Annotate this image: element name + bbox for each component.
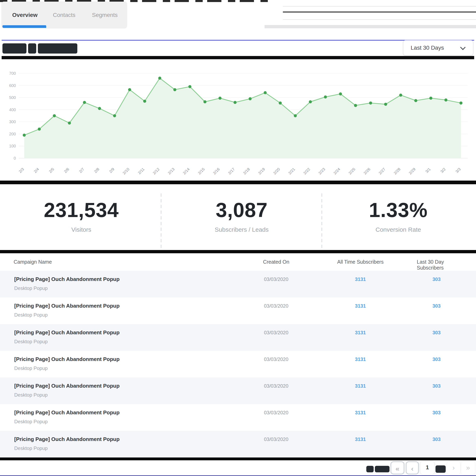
divider-line (283, 12, 476, 12)
x-axis-tick-label: 2/16 (212, 167, 221, 175)
redacted-panel-title (38, 43, 77, 53)
campaign-type: Desktop Popup (14, 312, 48, 318)
tab-segments[interactable]: Segments (92, 12, 118, 18)
campaign-name: [Pricing Page] Ouch Abandonment Popup (14, 356, 120, 362)
stat-card-conversion: 1.33% Conversion Rate (322, 191, 474, 249)
last-30-day-subscribers-link[interactable]: 303 (432, 437, 441, 442)
subscribers-area-chart: 01002003004005006007002/32/42/52/62/72/8… (2, 59, 474, 178)
data-point (113, 114, 116, 117)
table-row[interactable]: [Pricing Page] Ouch Abandonment Popup De… (0, 324, 476, 351)
campaign-name: [Pricing Page] Ouch Abandonment Popup (14, 303, 120, 309)
column-header-last-30-day-subscribers: Last 30 Day Subscribers (417, 259, 456, 271)
data-point (444, 99, 447, 102)
x-axis-tick-label: 2/14 (182, 167, 190, 175)
y-axis-tick-label: 400 (9, 107, 16, 112)
campaign-type: Desktop Popup (14, 285, 48, 291)
x-axis-tick-label: 2/12 (152, 167, 160, 175)
x-axis-tick-label: 3/3 (455, 167, 461, 174)
x-axis-tick-label: 2/28 (393, 167, 401, 175)
column-header-all-time-subscribers: All Time Subscribers (337, 259, 384, 265)
stat-divider (322, 194, 322, 249)
campaigns-table-body: [Pricing Page] Ouch Abandonment Popup De… (0, 271, 476, 458)
all-time-subscribers-link[interactable]: 3131 (355, 410, 366, 416)
data-point (158, 77, 161, 80)
created-on-value: 03/03/2020 (264, 437, 288, 442)
y-axis-tick-label: 700 (9, 71, 16, 75)
data-point (414, 99, 417, 102)
next-page-button[interactable]: › (447, 461, 460, 475)
last-page-button[interactable]: » (461, 461, 475, 475)
campaign-name: [Pricing Page] Ouch Abandonment Popup (14, 276, 120, 282)
last-30-day-subscribers-link[interactable]: 303 (432, 410, 441, 416)
table-row[interactable]: [Pricing Page] Ouch Abandonment Popup De… (0, 377, 476, 404)
x-axis-tick-label: 2/17 (227, 167, 236, 175)
last-30-day-subscribers-link[interactable]: 303 (432, 383, 441, 389)
data-point (234, 101, 237, 104)
column-header-created-on: Created On (263, 259, 289, 265)
x-axis-tick-label: 2/27 (378, 167, 386, 175)
table-row[interactable]: [Pricing Page] Ouch Abandonment Popup De… (0, 298, 476, 324)
x-axis-tick-label: 2/7 (78, 167, 85, 174)
campaign-name: [Pricing Page] Ouch Abandonment Popup (14, 436, 120, 442)
divider-band (2, 56, 474, 59)
campaign-name: [Pricing Page] Ouch Abandonment Popup (14, 409, 120, 416)
campaign-type: Desktop Popup (14, 419, 48, 424)
all-time-subscribers-link[interactable]: 3131 (355, 277, 366, 282)
x-axis-tick-label: 2/20 (272, 167, 281, 175)
active-tab-indicator (2, 25, 46, 28)
created-on-value: 03/03/2020 (264, 303, 288, 309)
all-time-subscribers-link[interactable]: 3131 (355, 303, 366, 309)
last-30-day-subscribers-link[interactable]: 303 (432, 303, 441, 309)
created-on-value: 03/03/2020 (264, 356, 288, 362)
data-point (309, 100, 312, 104)
divider-band (265, 25, 476, 28)
table-row[interactable]: [Pricing Page] Ouch Abandonment Popup De… (0, 351, 476, 377)
campaigns-table-header: Campaign Name Created On All Time Subscr… (0, 253, 476, 271)
table-row[interactable]: [Pricing Page] Ouch Abandonment Popup De… (0, 431, 476, 458)
conversion-label: Conversion Rate (322, 226, 474, 233)
previous-page-button[interactable]: ‹ (406, 461, 419, 475)
all-time-subscribers-link[interactable]: 3131 (355, 330, 366, 335)
data-point (219, 97, 222, 100)
x-axis-tick-label: 2/26 (363, 167, 371, 175)
date-range-dropdown[interactable]: Last 30 Days (403, 40, 473, 55)
campaign-type: Desktop Popup (14, 366, 48, 371)
data-point (354, 104, 357, 107)
x-axis-tick-label: 2/18 (242, 167, 251, 175)
all-time-subscribers-link[interactable]: 3131 (355, 437, 366, 442)
table-row[interactable]: [Pricing Page] Ouch Abandonment Popup De… (0, 404, 476, 431)
last-30-day-subscribers-link[interactable]: 303 (432, 277, 441, 282)
data-point (339, 92, 342, 95)
table-row[interactable]: [Pricing Page] Ouch Abandonment Popup De… (0, 271, 476, 298)
data-point (188, 85, 191, 88)
y-axis-tick-label: 300 (9, 120, 16, 124)
last-30-day-subscribers-link[interactable]: 303 (432, 330, 441, 335)
first-page-button[interactable]: « (390, 461, 405, 475)
stat-divider (161, 194, 161, 249)
created-on-value: 03/03/2020 (264, 330, 288, 335)
y-axis-tick-label: 500 (9, 95, 16, 100)
x-axis-tick-label: 3/2 (440, 167, 446, 174)
y-axis-tick-label: 600 (9, 83, 16, 88)
all-time-subscribers-link[interactable]: 3131 (355, 356, 366, 362)
subscribers-chart-panel: Last 30 Days 01002003004005006007002/32/… (2, 40, 474, 178)
x-axis-tick-label: 2/5 (48, 167, 55, 174)
x-axis-tick-label: 2/29 (408, 167, 416, 175)
data-point (83, 101, 86, 104)
y-axis-tick-label: 0 (14, 156, 16, 160)
x-axis-tick-label: 2/4 (33, 167, 40, 174)
redacted-footer-text (375, 466, 390, 472)
tab-overview[interactable]: Overview (12, 12, 38, 18)
tab-contacts[interactable]: Contacts (53, 12, 75, 18)
last-30-day-subscribers-link[interactable]: 303 (432, 356, 441, 362)
data-point (459, 101, 462, 105)
all-time-subscribers-link[interactable]: 3131 (355, 383, 366, 389)
campaign-type: Desktop Popup (14, 339, 48, 344)
data-point (279, 101, 282, 105)
stat-card-subscribers: 3,087 Subscribers / Leads (162, 191, 322, 249)
x-axis-tick-label: 2/15 (197, 167, 205, 175)
redacted-panel-title (2, 43, 26, 53)
campaign-name: [Pricing Page] Ouch Abandonment Popup (14, 329, 120, 336)
x-axis-tick-label: 2/24 (333, 167, 341, 175)
data-point (53, 114, 56, 117)
